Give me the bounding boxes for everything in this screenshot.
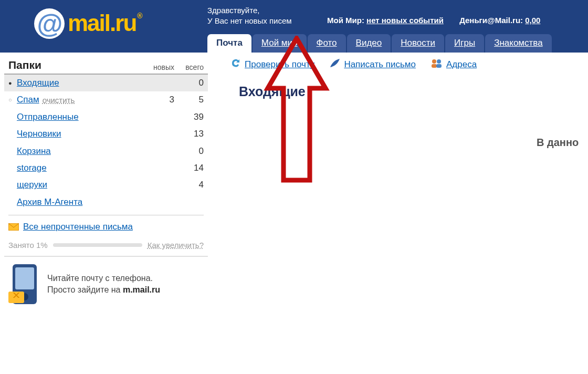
tab-moymir[interactable]: Мой мир [253, 34, 307, 53]
bullet-icon: ○ [8, 97, 17, 103]
money-link[interactable]: 0,00 [525, 16, 540, 25]
money-status[interactable]: Деньги@Mail.ru: 0,00 [459, 16, 540, 25]
moymir-status[interactable]: Мой Мир: нет новых событий [327, 16, 446, 25]
tab-dating[interactable]: Знакомства [485, 34, 551, 53]
logo-text: mail.ru [68, 10, 136, 36]
moymir-link[interactable]: нет новых событий [366, 16, 444, 25]
folder-custom[interactable]: ● щеруки 4 [4, 176, 208, 193]
tab-news[interactable]: Новости [392, 34, 444, 53]
mail-toolbar: Проверить почту Написать письмо Адреса [230, 58, 477, 71]
folder-total-count: 14 [174, 163, 204, 173]
site-logo[interactable]: @mail.ru® [34, 9, 141, 40]
folder-sent[interactable]: ● Отправленные 39 [4, 109, 208, 126]
tab-photo[interactable]: Фото [308, 34, 346, 53]
header-right: Мой Мир: нет новых событий Деньги@Mail.r… [327, 16, 554, 25]
storage-used-label: Занято 1% [8, 241, 48, 250]
divider [8, 215, 204, 215]
tab-games[interactable]: Игры [445, 34, 484, 53]
folder-label[interactable]: Спам [17, 95, 39, 105]
greeting: Здравствуйте, У Вас нет новых писем [207, 5, 292, 26]
empty-state-text: В данно [537, 137, 579, 149]
check-mail-label[interactable]: Проверить почту [245, 59, 314, 70]
promo-line1: Читайте почту с телефона. [47, 273, 160, 284]
phone-icon [8, 264, 37, 304]
folder-label[interactable]: Черновики [17, 129, 61, 139]
feather-icon [329, 58, 341, 71]
contacts-label[interactable]: Адреса [446, 59, 477, 70]
clear-spam-link[interactable]: очистить [43, 96, 75, 105]
tab-mail[interactable]: Почта [207, 34, 251, 53]
people-icon [430, 58, 443, 71]
envelope-icon [8, 223, 19, 231]
bullet-icon: ● [8, 80, 17, 87]
money-label: Деньги@Mail.ru: [459, 16, 523, 25]
folder-total-count: 0 [174, 78, 204, 88]
folder-label[interactable]: storage [17, 163, 47, 173]
tab-video[interactable]: Видео [347, 34, 391, 53]
logo-at-icon: @ [34, 8, 65, 39]
page-title: Входящие [239, 84, 306, 99]
promo-text: Читайте почту с телефона. Просто зайдите… [47, 273, 160, 296]
sidebar: Папки новых всего ● Входящие 0 ○ Спам оч… [4, 54, 208, 307]
folder-label[interactable]: Входящие [17, 78, 59, 88]
moymir-label: Мой Мир: [327, 16, 364, 25]
promo-domain: m.mail.ru [123, 285, 160, 294]
folders-col-new: новых [142, 63, 174, 71]
divider [4, 256, 208, 257]
contacts-button[interactable]: Адреса [430, 58, 477, 71]
folder-total-count: 5 [174, 95, 204, 105]
storage-usage: Занято 1% Как увеличить? [4, 234, 208, 253]
svg-rect-3 [432, 64, 437, 68]
storage-track [53, 243, 142, 247]
folder-drafts[interactable]: ● Черновики 13 [4, 126, 208, 142]
folder-trash[interactable]: ● Корзина 0 [4, 143, 208, 160]
folders-col-total: всего [174, 63, 204, 71]
unread-link-row: Все непрочтенные письма [4, 220, 208, 234]
greeting-line2: У Вас нет новых писем [207, 16, 292, 26]
header: @mail.ru® Здравствуйте, У Вас нет новых … [0, 0, 588, 53]
folders-title: Папки [8, 59, 142, 71]
folder-total-count: 39 [174, 112, 204, 122]
folder-inbox[interactable]: ● Входящие 0 [4, 75, 208, 91]
logo-reg-icon: ® [137, 12, 141, 20]
folder-total-count: 13 [174, 129, 204, 139]
unread-link[interactable]: Все непрочтенные письма [23, 222, 133, 232]
svg-rect-4 [436, 64, 442, 68]
storage-more-link[interactable]: Как увеличить? [148, 241, 204, 250]
svg-point-1 [432, 59, 436, 64]
compose-button[interactable]: Написать письмо [329, 58, 416, 71]
check-mail-button[interactable]: Проверить почту [230, 58, 314, 71]
mobile-promo[interactable]: Читайте почту с телефона. Просто зайдите… [4, 264, 208, 307]
folder-total-count: 4 [174, 180, 204, 190]
svg-point-2 [437, 59, 441, 64]
folder-label[interactable]: Отправленные [17, 112, 79, 122]
refresh-icon [230, 58, 242, 71]
folder-spam[interactable]: ○ Спам очистить 3 5 [4, 91, 208, 108]
folder-storage[interactable]: ● storage 14 [4, 160, 208, 176]
folder-label[interactable]: щеруки [17, 180, 47, 190]
folders-header: Папки новых всего [4, 54, 208, 75]
folder-new-count: 3 [142, 95, 174, 105]
folder-label[interactable]: Архив М-Агента [17, 197, 82, 207]
folder-total-count: 0 [174, 146, 204, 157]
greeting-line1: Здравствуйте, [207, 5, 292, 16]
tabs: Почта Мой мир Фото Видео Новости Игры Зн… [207, 34, 552, 53]
promo-line2a: Просто зайдите на [47, 285, 123, 294]
compose-label[interactable]: Написать письмо [344, 59, 416, 70]
folder-label[interactable]: Корзина [17, 146, 51, 157]
folder-magent-archive[interactable]: ● Архив М-Агента [4, 194, 208, 211]
